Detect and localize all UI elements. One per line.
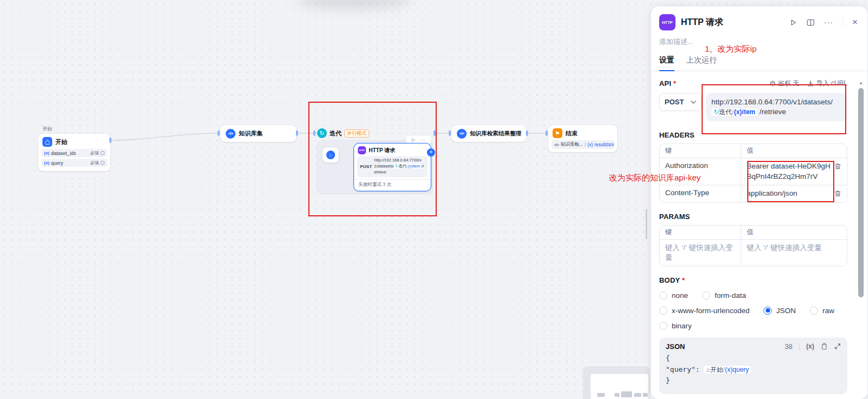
end-node[interactable]: ⚑ 结束 </> 知识库检... / (x)resultString — [548, 125, 617, 152]
code-icon: </> — [554, 143, 559, 147]
more-options-button[interactable]: ··· — [824, 18, 833, 27]
header-row-content-type[interactable]: Content-Type application/json — [660, 185, 847, 202]
end-input-port[interactable] — [545, 130, 548, 136]
iteration-item-variable-badge: ↻迭代/(x)item — [394, 164, 421, 169]
toolbar-shadow — [296, 0, 411, 8]
tab-settings[interactable]: 设置 — [659, 55, 674, 71]
http-icon: HTTP — [358, 146, 366, 154]
scrollbar-thumb[interactable] — [858, 88, 864, 297]
iteration-item-variable-badge: ↻迭代/(x)item — [711, 108, 758, 116]
api-section-label: API * — [659, 79, 676, 88]
add-next-node-button[interactable]: + — [427, 148, 435, 157]
iteration-output-port[interactable] — [433, 130, 436, 136]
home-icon: ⌂ — [42, 137, 52, 147]
home-icon: ⌂ — [326, 151, 335, 159]
import-icon — [807, 80, 814, 87]
char-count: 38 — [785, 342, 792, 351]
http-node-title: HTTP 请求 — [369, 147, 395, 154]
canvas-minimap[interactable] — [583, 366, 650, 399]
organize-node[interactable]: </> 知识库检索结果整理 — [451, 125, 526, 142]
radio-icon — [764, 307, 772, 315]
params-table: 键 值 键入 '/' 键快速插入变量 键入 '/' 键快速插入变量 — [659, 225, 847, 266]
start-output-port[interactable] — [109, 138, 111, 143]
start-var-query[interactable]: (x)query 必填 — [41, 159, 107, 167]
copy-icon[interactable] — [821, 342, 828, 350]
variable-icon[interactable]: (x) — [806, 342, 814, 350]
kb-input-port[interactable] — [218, 130, 220, 136]
params-empty-row[interactable]: 键入 '/' 键快速插入变量 键入 '/' 键快速插入变量 — [660, 239, 847, 266]
kb-output-port[interactable] — [296, 130, 298, 136]
start-node[interactable]: ⌂ 开始 (x)dataset_ids 必填 (x)query 必填 — [38, 134, 110, 171]
json-code[interactable]: { "query": ⌂开始/(x)query } — [666, 353, 841, 386]
var-name: dataset_ids — [51, 151, 76, 156]
code-icon: </> — [226, 129, 235, 139]
json-editor-label: JSON — [666, 342, 785, 351]
http-method: POST — [360, 164, 372, 169]
start-node-title: 开始 — [55, 138, 67, 146]
panel-title: HTTP 请求 — [681, 17, 784, 28]
radio-icon — [659, 307, 667, 315]
minimap-viewport — [591, 374, 648, 399]
scroll-up-arrow[interactable]: ▲ — [858, 80, 864, 85]
header-row-authorization[interactable]: Authorization Bearer dataset-HeDK9gHBqPn… — [660, 158, 847, 184]
body-section-label: BODY * — [659, 276, 847, 284]
method-select[interactable]: POST — [659, 93, 702, 111]
kb-set-node[interactable]: </> 知识库集 — [220, 125, 296, 142]
run-button[interactable] — [789, 18, 797, 27]
variable-icon: (x) — [44, 160, 49, 165]
http-request-node[interactable]: HTTP HTTP 请求 POST http://192.168.0.64:77… — [354, 143, 431, 191]
param-value-input[interactable]: 键入 '/' 键快速插入变量 — [741, 240, 847, 266]
json-body-editor[interactable]: JSON 38 (x) { "query": ⌂开始/(x)query } — [659, 338, 847, 394]
col-value: 值 — [741, 144, 847, 158]
iteration-toolbar[interactable]: ▷ ··· — [406, 136, 431, 144]
body-type-none[interactable]: none — [659, 291, 688, 300]
close-panel-button[interactable]: × — [852, 17, 858, 28]
iteration-node-header[interactable]: ↻ 迭代 并行模式 — [317, 128, 369, 138]
import-curl-button[interactable]: 导入 cURL — [807, 79, 847, 88]
body-type-raw[interactable]: raw — [810, 307, 834, 315]
play-icon[interactable]: ▷ — [412, 138, 415, 142]
radio-icon — [702, 291, 710, 300]
organize-input-port[interactable] — [449, 130, 451, 136]
more-icon[interactable]: ··· — [421, 138, 425, 142]
headers-table: 键 值 Authorization Bearer dataset-HeDK9gH… — [659, 144, 847, 202]
start-node-outer-label: 开始 — [42, 126, 52, 133]
radio-icon — [659, 322, 667, 330]
radio-icon — [659, 291, 667, 300]
col-value: 值 — [741, 226, 847, 239]
body-type-x-www-form-urlencoded[interactable]: x-www-form-urlencoded — [659, 307, 749, 315]
param-key-input[interactable]: 键入 '/' 键快速插入变量 — [660, 240, 741, 266]
required-badge: 必填 — [90, 160, 99, 166]
organize-node-title: 知识库检索结果整理 — [470, 130, 522, 138]
http-request-config-panel: HTTP HTTP 请求 ··· × 添加描述... 设置 上次运行 API *… — [651, 7, 867, 399]
body-type-binary[interactable]: binary — [659, 322, 692, 330]
split-view-icon[interactable] — [807, 18, 815, 27]
description-input[interactable]: 添加描述... — [651, 30, 867, 47]
start-query-variable-badge: ⌂开始/(x)query — [704, 366, 751, 373]
required-badge: 必填 — [90, 150, 99, 156]
panel-scrollbar[interactable]: ▲ — [858, 80, 864, 396]
field-type-icon — [101, 161, 104, 165]
body-type-form-data[interactable]: form-data — [702, 291, 746, 300]
gear-icon: ⚙ — [770, 80, 776, 87]
end-node-title: 结束 — [566, 129, 578, 138]
iteration-node-title: 迭代 — [330, 129, 342, 138]
organize-output-port[interactable] — [526, 130, 528, 136]
iteration-loop-icon: ↻ — [317, 128, 327, 138]
delete-row-button[interactable] — [834, 190, 841, 199]
delete-row-button[interactable] — [834, 163, 841, 172]
iteration-start-node[interactable]: ⌂ — [323, 147, 339, 163]
code-icon: </> — [457, 129, 467, 139]
body-type-json[interactable]: JSON — [764, 307, 796, 315]
iteration-input-port[interactable] — [313, 130, 315, 136]
auth-setting[interactable]: ⚙鉴权 无 — [770, 79, 799, 88]
radio-icon — [810, 307, 818, 315]
start-var-dataset-ids[interactable]: (x)dataset_ids 必填 — [41, 149, 107, 157]
api-url-input[interactable]: http://192.168.0.64:7700/v1/datasets/ ↻迭… — [706, 93, 847, 121]
kb-set-node-title: 知识库集 — [239, 129, 263, 138]
expand-icon[interactable] — [834, 343, 841, 350]
headers-section-label: HEADERS — [659, 131, 847, 139]
panel-resize-grip[interactable] — [646, 209, 647, 239]
tab-last-run[interactable]: 上次运行 — [686, 55, 717, 71]
end-output-variable: </> 知识库检... / (x)resultString — [551, 140, 614, 149]
